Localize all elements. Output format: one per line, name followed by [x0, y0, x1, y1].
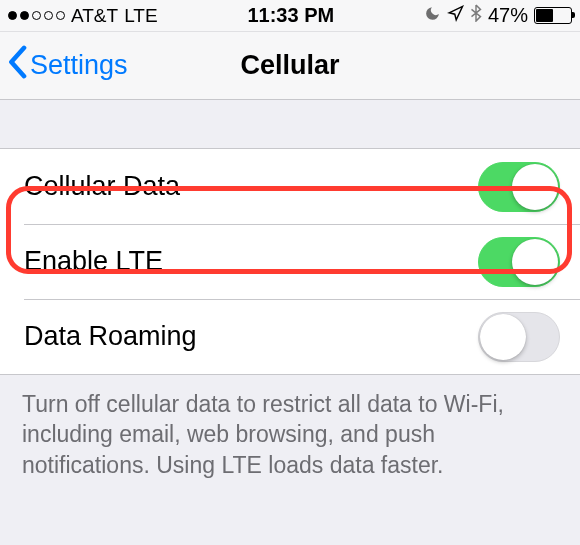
- row-label: Data Roaming: [24, 321, 197, 352]
- status-left: AT&T LTE: [8, 5, 158, 27]
- back-button[interactable]: Settings: [0, 45, 128, 86]
- row-label: Cellular Data: [24, 171, 180, 202]
- back-label: Settings: [30, 50, 128, 81]
- bluetooth-icon: [470, 4, 482, 27]
- status-right: 47%: [424, 4, 572, 27]
- nav-bar: Settings Cellular: [0, 32, 580, 100]
- footer-note: Turn off cellular data to restrict all d…: [0, 375, 580, 480]
- settings-group: Cellular Data Enable LTE Data Roaming: [0, 148, 580, 375]
- clock: 11:33 PM: [247, 4, 334, 27]
- location-icon: [447, 4, 464, 27]
- data-roaming-toggle[interactable]: [478, 312, 560, 362]
- do-not-disturb-icon: [424, 4, 441, 27]
- battery-pct: 47%: [488, 4, 528, 27]
- row-cellular-data: Cellular Data: [0, 149, 580, 224]
- row-label: Enable LTE: [24, 246, 163, 277]
- row-data-roaming: Data Roaming: [0, 299, 580, 374]
- network-label: LTE: [124, 5, 157, 27]
- carrier-label: AT&T: [71, 5, 118, 27]
- row-enable-lte: Enable LTE: [0, 224, 580, 299]
- battery-icon: [534, 7, 572, 24]
- signal-strength-icon: [8, 11, 65, 20]
- cellular-data-toggle[interactable]: [478, 162, 560, 212]
- enable-lte-toggle[interactable]: [478, 237, 560, 287]
- chevron-left-icon: [6, 45, 28, 86]
- status-bar: AT&T LTE 11:33 PM 47%: [0, 0, 580, 32]
